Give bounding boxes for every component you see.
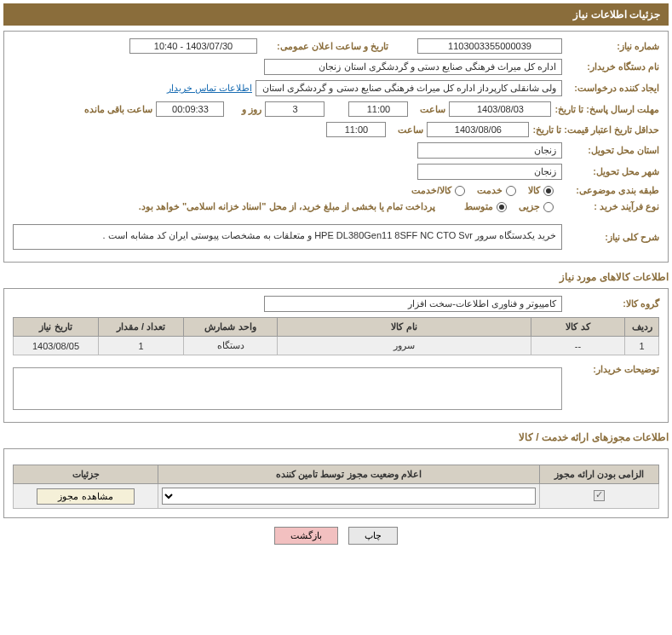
view-license-button[interactable]: مشاهده مجوز bbox=[37, 488, 134, 505]
mandatory-checkbox[interactable] bbox=[594, 490, 605, 501]
radio-icon bbox=[543, 186, 554, 196]
goods-section: گروه کالا: کامپیوتر و فناوری اطلاعات-سخت… bbox=[3, 288, 669, 423]
th-unit: واحد شمارش bbox=[184, 318, 278, 337]
process-label: نوع فرآیند خرید : bbox=[566, 201, 659, 212]
licenses-table: الزامی بودن ارائه مجوز اعلام وضعیت مجوز … bbox=[13, 465, 659, 509]
goods-table: ردیف کد کالا نام کالا واحد شمارش تعداد /… bbox=[13, 317, 659, 355]
status-select[interactable] bbox=[162, 488, 536, 505]
cell-qty: 1 bbox=[99, 337, 184, 355]
cell-unit: دستگاه bbox=[184, 337, 278, 355]
licenses-section-title: اطلاعات مجوزهای ارائه خدمت / کالا bbox=[3, 431, 669, 443]
province-value: زنجان bbox=[417, 142, 562, 159]
table-header-row: ردیف کد کالا نام کالا واحد شمارش تعداد /… bbox=[14, 318, 659, 337]
days-label: روز و bbox=[227, 104, 261, 115]
need-details-section: شماره نیاز: 1103003355000039 تاریخ و ساع… bbox=[3, 31, 669, 263]
radio-both[interactable]: کالا/خدمت bbox=[411, 185, 465, 196]
cell-details: مشاهده مجوز bbox=[14, 484, 158, 509]
action-buttons: چاپ بازگشت bbox=[3, 527, 669, 545]
th-code: کد کالا bbox=[531, 318, 625, 337]
cell-name: سرور bbox=[278, 337, 531, 355]
th-status: اعلام وضعیت مجوز توسط تامین کننده bbox=[158, 465, 540, 484]
remain-label: ساعت باقی مانده bbox=[84, 104, 152, 115]
page-title: جزئیات اطلاعات نیاز bbox=[573, 9, 660, 20]
radio-icon bbox=[455, 186, 465, 196]
th-name: نام کالا bbox=[278, 318, 531, 337]
radio-icon bbox=[543, 202, 554, 212]
print-button[interactable]: چاپ bbox=[348, 527, 398, 545]
cell-date: 1403/08/05 bbox=[14, 337, 99, 355]
radio-medium[interactable]: متوسط bbox=[464, 201, 507, 212]
resp-date-value: 1403/08/03 bbox=[449, 101, 551, 117]
radio-service[interactable]: خدمت bbox=[477, 185, 516, 196]
cell-row: 1 bbox=[625, 337, 659, 355]
th-mandatory: الزامی بودن ارائه مجوز bbox=[540, 465, 659, 484]
table-row: مشاهده مجوز bbox=[14, 484, 659, 509]
payment-note: پرداخت تمام یا بخشی از مبلغ خرید، از محل… bbox=[139, 201, 435, 212]
cell-code: -- bbox=[531, 337, 625, 355]
buyer-notes-box bbox=[13, 367, 562, 410]
resp-deadline-label: مهلت ارسال پاسخ: تا تاریخ: bbox=[554, 104, 659, 115]
days-value: 3 bbox=[265, 101, 325, 117]
buyer-notes-label: توضیحات خریدار: bbox=[566, 364, 659, 375]
valid-time-value: 11:00 bbox=[326, 122, 386, 137]
th-row: ردیف bbox=[625, 318, 659, 337]
remain-value: 00:09:33 bbox=[156, 101, 224, 117]
table-row: 1 -- سرور دستگاه 1 1403/08/05 bbox=[14, 337, 659, 355]
th-details: جزئیات bbox=[14, 465, 158, 484]
radio-icon bbox=[497, 202, 507, 212]
table-header-row: الزامی بودن ارائه مجوز اعلام وضعیت مجوز … bbox=[14, 465, 659, 484]
category-label: طبقه بندی موضوعی: bbox=[566, 185, 659, 196]
requester-value: ولی شانقلی کارپرداز اداره کل میراث فرهنگ… bbox=[256, 80, 562, 96]
th-date: تاریخ نیاز bbox=[14, 318, 99, 337]
goods-section-title: اطلاعات کالاهای مورد نیاز bbox=[3, 271, 669, 283]
buyer-contact-link[interactable]: اطلاعات تماس خریدار bbox=[167, 83, 252, 94]
valid-date-value: 1403/08/06 bbox=[427, 122, 529, 137]
summary-box: خرید یکدستگاه سرور HPE DL380Gen11 8SFF N… bbox=[13, 224, 562, 250]
province-label: استان محل تحویل: bbox=[566, 145, 659, 156]
back-button[interactable]: بازگشت bbox=[274, 527, 338, 545]
requester-label: ایجاد کننده درخواست: bbox=[566, 83, 659, 94]
group-label: گروه کالا: bbox=[566, 298, 659, 309]
valid-time-label: ساعت bbox=[389, 124, 423, 136]
buyer-org-value: اداره کل میراث فرهنگی صنایع دستی و گردشگ… bbox=[264, 59, 562, 75]
radio-small[interactable]: جزیی bbox=[519, 201, 554, 212]
announce-value: 1403/07/30 - 10:40 bbox=[129, 38, 257, 54]
th-qty: تعداد / مقدار bbox=[99, 318, 184, 337]
city-label: شهر محل تحویل: bbox=[566, 166, 659, 177]
summary-text: خرید یکدستگاه سرور HPE DL380Gen11 8SFF N… bbox=[103, 230, 556, 240]
cell-mandatory bbox=[540, 484, 659, 509]
licenses-section: الزامی بودن ارائه مجوز اعلام وضعیت مجوز … bbox=[3, 448, 669, 518]
group-value: کامپیوتر و فناوری اطلاعات-سخت افزار bbox=[264, 296, 562, 312]
page-header: جزئیات اطلاعات نیاز bbox=[3, 3, 669, 26]
need-number-value: 1103003355000039 bbox=[417, 38, 562, 54]
valid-deadline-label: حداقل تاریخ اعتبار قیمت: تا تاریخ: bbox=[532, 124, 659, 136]
summary-label: شرح کلی نیاز: bbox=[566, 232, 659, 243]
radio-goods[interactable]: کالا bbox=[528, 185, 554, 196]
resp-time-label: ساعت bbox=[411, 104, 445, 115]
buyer-org-label: نام دستگاه خریدار: bbox=[566, 61, 659, 72]
radio-icon bbox=[506, 186, 516, 196]
announce-label: تاریخ و ساعت اعلان عمومی: bbox=[261, 41, 388, 52]
resp-time-value: 11:00 bbox=[348, 101, 408, 117]
cell-status bbox=[158, 484, 540, 509]
need-number-label: شماره نیاز: bbox=[566, 41, 659, 52]
city-value: زنجان bbox=[417, 164, 562, 180]
